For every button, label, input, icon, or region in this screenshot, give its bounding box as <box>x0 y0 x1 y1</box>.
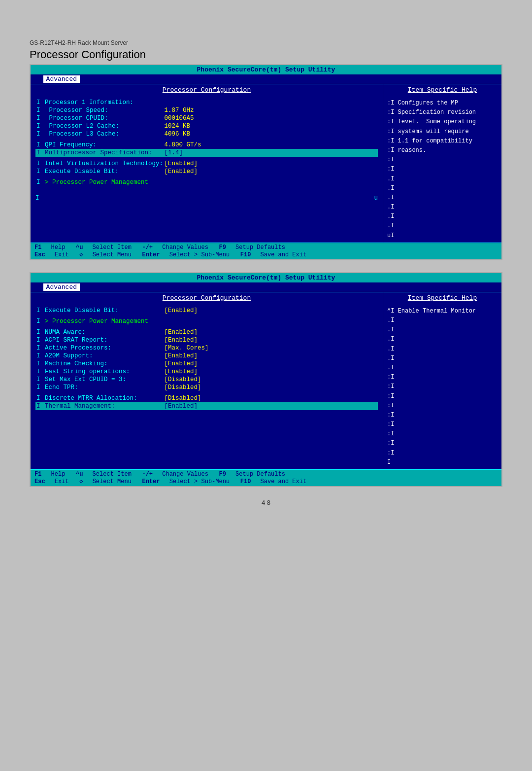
proc-l2-label: Processor L2 Cache: <box>41 123 165 130</box>
faststr-row[interactable]: I Fast String operations: [Enabled] <box>35 368 378 376</box>
thermal-value: [Enabled] <box>165 403 198 410</box>
help-panel-2: Item Specific Help ^I Enable Thermal Mon… <box>383 292 501 469</box>
section-title-2: Processor Configuration <box>35 294 378 302</box>
a20m-label: A20M Support: <box>41 352 165 359</box>
sep4 <box>35 186 378 194</box>
proc-cpuid-label: Processor CPUID: <box>41 115 165 122</box>
multiproc-label: Multiprocessor Specification: <box>41 149 165 156</box>
multiproc-row[interactable]: I Multiprocessor Specification: [1.4] <box>35 149 378 157</box>
a20m-row[interactable]: I A20M Support: [Enabled] <box>35 352 378 360</box>
help-text-1: :I Configures the MP :I Specification re… <box>387 99 498 241</box>
virt-value: [Enabled] <box>165 160 198 167</box>
bios-titlebar-1: Phoenix SecureCore(tm) Setup Utility <box>31 65 501 74</box>
machcheck-row[interactable]: I Machine Checking: [Enabled] <box>35 360 378 368</box>
menu-advanced-2[interactable]: Advanced <box>43 283 80 291</box>
machcheck-label: Machine Checking: <box>41 360 165 367</box>
bios-menubar-1: Advanced <box>31 74 501 84</box>
statusbar-1: F1 Help ^u Select Item -/+ Change Values… <box>31 243 501 259</box>
execdisc2-row[interactable]: I Execute Disable Bit: [Enabled] <box>35 307 378 315</box>
sep9 <box>35 410 378 412</box>
acpi-row[interactable]: I ACPI SRAT Report: [Enabled] <box>35 336 378 344</box>
proc-cpuid-value: 000106A5 <box>165 115 194 122</box>
powermgmt-arrow-row[interactable]: I > Processor Power Management <box>35 178 378 186</box>
qpi-value: 4.800 GT/s <box>165 141 201 148</box>
echotpr-label: Echo TPR: <box>41 384 165 391</box>
echotpr-value: [Disabled] <box>165 384 201 391</box>
bios-titlebar-2: Phoenix SecureCore(tm) Setup Utility <box>31 273 501 282</box>
mtrr-row[interactable]: I Discrete MTRR Allocation: [Disabled] <box>35 394 378 402</box>
acpi-label: ACPI SRAT Report: <box>41 337 165 344</box>
virt-label: Intel Virtualization Technology: <box>41 160 165 167</box>
mtrr-value: [Disabled] <box>165 395 201 402</box>
execdisc2-value: [Enabled] <box>165 307 198 314</box>
qpi-row: I QPI Frequency: 4.800 GT/s <box>35 141 378 149</box>
activeproc-label: Active Processors: <box>41 345 165 351</box>
help-text-2: ^I Enable Thermal Monitor .I .I .I .I .I… <box>387 307 498 467</box>
page-wrapper: GS-R12T4H2-RH Rack Mount Server Processo… <box>30 39 502 506</box>
execdisc-label: Execute Disable Bit: <box>41 168 165 175</box>
page-number: 4 8 <box>30 499 502 506</box>
mtrr-label: Discrete MTRR Allocation: <box>41 395 165 402</box>
execdisc-value: [Enabled] <box>165 168 198 175</box>
help-title-2: Item Specific Help <box>387 294 498 302</box>
activeproc-row[interactable]: I Active Processors: [Max. Cores] <box>35 344 378 352</box>
page-title: Processor Configuration <box>30 48 502 61</box>
numa-value: [Enabled] <box>165 329 198 336</box>
numa-row[interactable]: I NUMA Aware: [Enabled] <box>35 328 378 336</box>
maxext-label: Set Max Ext CPUID = 3: <box>41 376 165 383</box>
powermgmt-arrow-label: > Processor Power Management <box>41 179 149 186</box>
section-title-1: Processor Configuration <box>35 86 378 94</box>
powermgmt2-row[interactable]: I > Processor Power Management <box>35 317 378 325</box>
help-title-1: Item Specific Help <box>387 86 498 94</box>
acpi-value: [Enabled] <box>165 337 198 344</box>
sep5 <box>35 202 378 204</box>
proc-l2-value: 1024 KB <box>165 123 191 130</box>
machcheck-value: [Enabled] <box>165 360 198 367</box>
maxext-row[interactable]: I Set Max Ext CPUID = 3: [Disabled] <box>35 376 378 384</box>
faststr-label: Fast String operations: <box>41 368 165 375</box>
echotpr-row[interactable]: I Echo TPR: [Disabled] <box>35 384 378 391</box>
proc-l2-row: I Processor L2 Cache: 1024 KB <box>35 122 378 130</box>
bios-menubar-2: Advanced <box>31 282 501 292</box>
thermal-row[interactable]: I Thermal Management: [Enabled] <box>35 402 378 410</box>
bios-screen-1: Phoenix SecureCore(tm) Setup Utility Adv… <box>30 64 502 260</box>
thermal-label: Thermal Management: <box>41 403 165 410</box>
proc-l3-label: Processor L3 Cache: <box>41 131 165 138</box>
proc-cpuid-row: I Processor CPUID: 000106A5 <box>35 114 378 122</box>
qpi-label: QPI Frequency: <box>41 141 165 148</box>
server-label: GS-R12T4H2-RH Rack Mount Server <box>30 39 502 46</box>
execdisc-row[interactable]: I Execute Disable Bit: [Enabled] <box>35 168 378 175</box>
bottom-row1: I u <box>35 194 378 202</box>
proc-speed-label: Processor Speed: <box>41 107 165 114</box>
proc-speed-value: 1.87 GHz <box>165 107 194 114</box>
maxext-value: [Disabled] <box>165 376 201 383</box>
proc-l3-row: I Processor L3 Cache: 4096 KB <box>35 130 378 138</box>
virt-row[interactable]: I Intel Virtualization Technology: [Enab… <box>35 160 378 168</box>
proc-info-heading: I Processor 1 Information: <box>35 99 378 106</box>
numa-label: NUMA Aware: <box>41 329 165 336</box>
proc-info-label: Processor 1 Information: <box>41 99 134 106</box>
execdisc2-label: Execute Disable Bit: <box>41 307 165 314</box>
multiproc-value: [1.4] <box>165 149 183 156</box>
faststr-value: [Enabled] <box>165 368 198 375</box>
help-panel-1: Item Specific Help :I Configures the MP … <box>383 84 501 243</box>
powermgmt2-label: > Processor Power Management <box>41 318 149 325</box>
statusbar-2: F1 Help ^u Select Item -/+ Change Values… <box>31 470 501 486</box>
proc-l3-value: 4096 KB <box>165 131 191 138</box>
proc-speed-row: I Processor Speed: 1.87 GHz <box>35 106 378 114</box>
activeproc-value: [Max. Cores] <box>165 345 209 351</box>
bios-screen-2: Phoenix SecureCore(tm) Setup Utility Adv… <box>30 272 502 487</box>
a20m-value: [Enabled] <box>165 352 198 359</box>
menu-advanced-1[interactable]: Advanced <box>43 75 80 83</box>
